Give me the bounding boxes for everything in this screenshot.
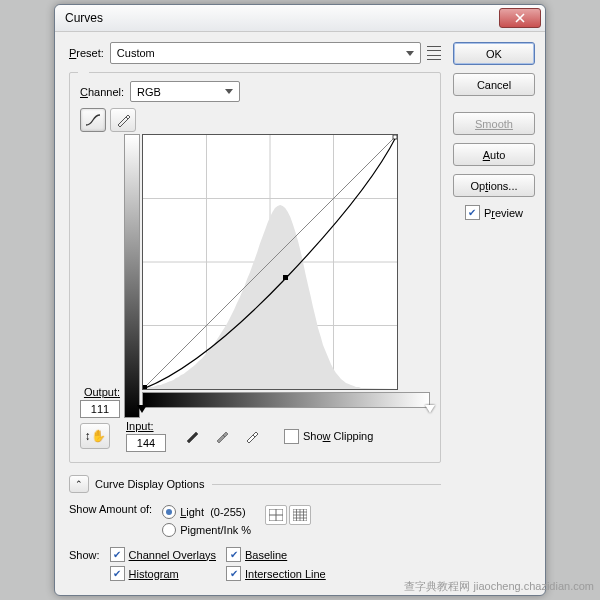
gray-eyedropper[interactable] [210, 424, 234, 448]
fine-grid-button[interactable] [289, 505, 311, 525]
histogram-checkbox[interactable]: Histogram [110, 566, 216, 581]
chevron-down-icon [225, 89, 233, 94]
white-point-slider[interactable] [425, 405, 435, 413]
light-radio[interactable]: Light (0-255) [162, 503, 251, 521]
channel-overlays-checkbox[interactable]: Channel Overlays [110, 547, 216, 562]
display-options-label: Curve Display Options [95, 478, 204, 490]
preview-checkbox[interactable]: Preview [453, 205, 535, 220]
hand-tool-button[interactable]: ↕✋ [80, 423, 110, 449]
preset-value: Custom [117, 47, 155, 59]
curves-plot[interactable] [142, 134, 398, 390]
intersection-checkbox[interactable]: Intersection Line [226, 566, 326, 581]
channel-value: RGB [137, 86, 161, 98]
svg-rect-8 [393, 135, 397, 139]
radio-icon [162, 505, 176, 519]
show-label: Show: [69, 549, 100, 581]
output-input[interactable]: 111 [80, 400, 120, 418]
radio-icon [162, 523, 176, 537]
cancel-button[interactable]: Cancel [453, 73, 535, 96]
output-label: Output: [84, 386, 120, 398]
channel-label: Channel: [80, 86, 124, 98]
vertical-gradient [124, 134, 140, 418]
horizontal-gradient [142, 392, 430, 408]
input-label: Input: [126, 420, 166, 432]
preset-label: Preset: [69, 47, 104, 59]
black-eyedropper[interactable] [180, 424, 204, 448]
black-point-slider[interactable] [137, 405, 147, 413]
coarse-grid-button[interactable] [265, 505, 287, 525]
titlebar[interactable]: Curves [55, 5, 545, 32]
preset-menu-icon[interactable] [427, 45, 441, 61]
show-amount-label: Show Amount of: [69, 503, 152, 515]
checkbox-icon [465, 205, 480, 220]
input-input[interactable]: 144 [126, 434, 166, 452]
show-clipping-checkbox[interactable]: Show Clipping [284, 429, 373, 444]
smooth-button: Smooth [453, 112, 535, 135]
close-button[interactable] [499, 8, 541, 28]
baseline-checkbox[interactable]: Baseline [226, 547, 326, 562]
dialog-title: Curves [65, 11, 103, 25]
curve-tool-button[interactable] [80, 108, 106, 132]
pencil-tool-button[interactable] [110, 108, 136, 132]
auto-button[interactable]: Auto [453, 143, 535, 166]
checkbox-icon [284, 429, 299, 444]
range-sliders[interactable] [142, 408, 430, 418]
curve-panel: Channel: RGB Output: [69, 72, 441, 463]
collapse-button[interactable]: ⌃ [69, 475, 89, 493]
watermark: 查字典教程网 jiaocheng.chazidian.com [404, 579, 594, 594]
pigment-radio[interactable]: Pigment/Ink % [162, 521, 251, 539]
channel-select[interactable]: RGB [130, 81, 240, 102]
chevron-down-icon [406, 51, 414, 56]
svg-rect-7 [143, 385, 147, 389]
white-eyedropper[interactable] [240, 424, 264, 448]
preset-select[interactable]: Custom [110, 42, 421, 64]
curves-dialog: Curves Preset: Custom Channel: RGB [54, 4, 546, 596]
svg-rect-6 [283, 275, 288, 280]
ok-button[interactable]: OK [453, 42, 535, 65]
options-button[interactable]: Options... [453, 174, 535, 197]
